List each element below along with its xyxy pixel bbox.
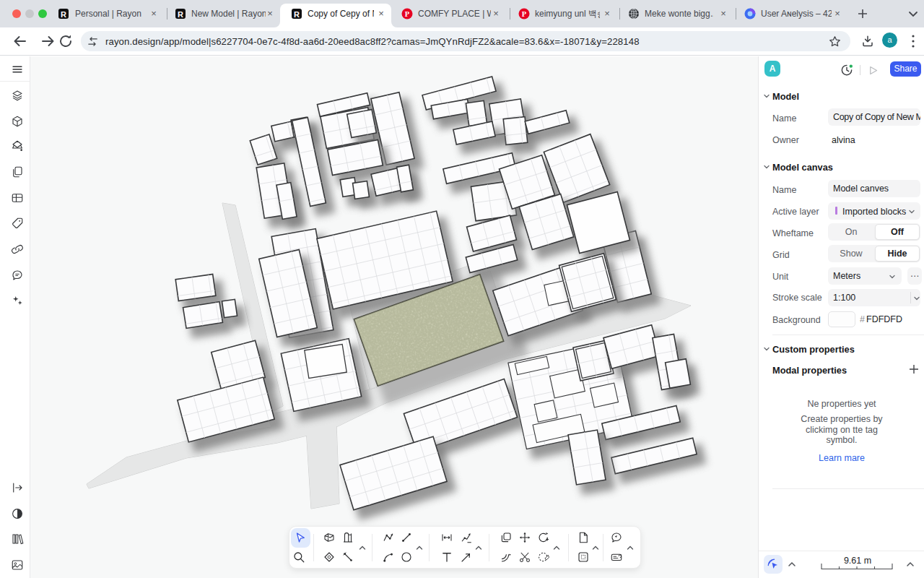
svg-text:P: P	[522, 10, 527, 18]
svg-text:R: R	[178, 10, 183, 19]
svg-text:P: P	[405, 10, 410, 18]
svg-text:R: R	[61, 10, 66, 19]
svg-text:R: R	[294, 10, 300, 19]
